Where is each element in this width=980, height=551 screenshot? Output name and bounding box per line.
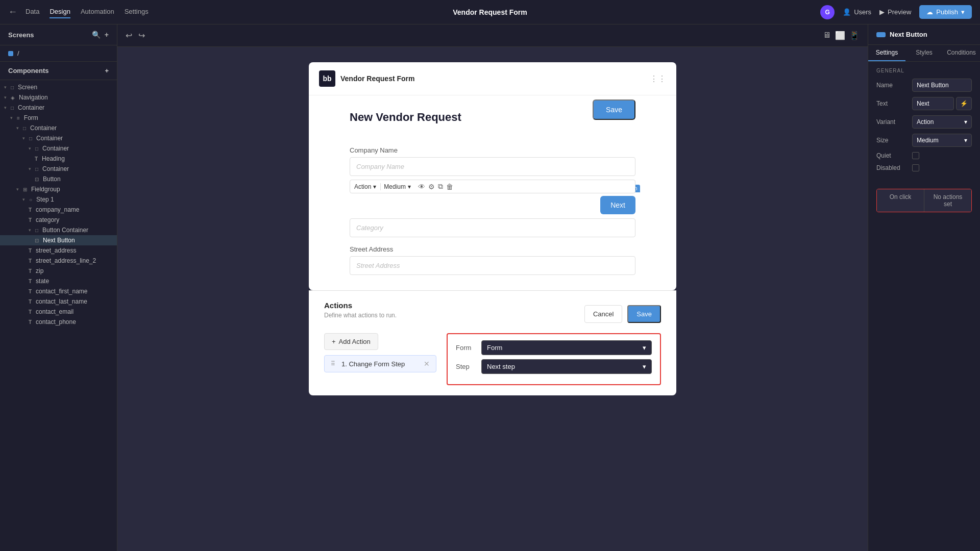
- tree-item-contact-phone[interactable]: Tcontact_phone: [0, 317, 117, 327]
- tab-styles[interactable]: Styles: [905, 45, 943, 61]
- tree-item-container-2[interactable]: ▾□Container: [0, 123, 117, 133]
- avatar[interactable]: G: [820, 5, 835, 19]
- tree-item-street-address[interactable]: Tstreet_address: [0, 245, 117, 256]
- screens-label: Screens: [8, 31, 34, 39]
- category-field-container: Action ▾ Medium ▾ 👁 ⚙ ⧉ 🗑: [350, 196, 635, 237]
- rs-header-icon: [876, 32, 886, 37]
- tablet-view-button[interactable]: ⬜: [835, 31, 845, 40]
- tree-item-button-container[interactable]: ▾□Button Container: [0, 225, 117, 235]
- actions-top-row: Actions Define what actions to run. Canc…: [324, 301, 661, 327]
- rs-onclick-label[interactable]: On click: [877, 189, 924, 212]
- rs-quiet-field-row: Quiet: [876, 152, 972, 159]
- next-button-preview[interactable]: Next: [600, 196, 635, 214]
- rs-bolt-button[interactable]: ⚡: [956, 97, 972, 110]
- rs-quiet-checkbox[interactable]: [912, 152, 919, 159]
- delete-icon[interactable]: 🗑: [446, 183, 453, 191]
- next-btn-wrapper: Next Button Next: [600, 196, 635, 214]
- canvas-area: ↩ ↪ 🖥 ⬜ 📱 bb Vendor Request Form ⋮⋮: [117, 24, 868, 551]
- action-dropdown[interactable]: Action ▾: [354, 183, 381, 190]
- size-dropdown[interactable]: Medium ▾: [384, 183, 415, 190]
- company-name-input[interactable]: Company Name: [350, 157, 635, 176]
- actions-panel: Actions Define what actions to run. Canc…: [309, 290, 676, 395]
- mobile-view-button[interactable]: 📱: [849, 31, 860, 40]
- rs-name-label: Name: [876, 82, 912, 89]
- tree-item-container-1[interactable]: ▾□Container: [0, 103, 117, 113]
- company-name-label: Company Name: [350, 146, 635, 154]
- undo-button[interactable]: ↩: [126, 31, 132, 40]
- tree-item-navigation[interactable]: ▾◈Navigation: [0, 92, 117, 103]
- users-link[interactable]: 👤 Users: [843, 8, 871, 16]
- tree-item-container-3[interactable]: ▾□Container: [0, 133, 117, 143]
- nav-data[interactable]: Data: [26, 6, 39, 18]
- tree-item-container-4[interactable]: ▾□Container: [0, 143, 117, 154]
- form-logo-text: bb: [323, 74, 331, 83]
- tree-item-fieldgroup[interactable]: ▾⊞Fieldgroup: [0, 184, 117, 194]
- right-sidebar: Next Button Settings Styles Conditions G…: [868, 24, 980, 551]
- save-button[interactable]: Save: [627, 305, 661, 323]
- rs-text-label: Text: [876, 100, 912, 107]
- publish-button[interactable]: ☁ Publish ▾: [919, 5, 972, 19]
- rs-disabled-checkbox[interactable]: [912, 164, 919, 171]
- tree-item-screen[interactable]: ▾□Screen: [0, 82, 117, 92]
- nav-settings[interactable]: Settings: [125, 6, 149, 18]
- actions-title: Actions: [324, 301, 397, 310]
- rs-variant-dropdown[interactable]: Action ▾: [912, 115, 972, 129]
- tree-item-street-address-2[interactable]: Tstreet_address_line_2: [0, 256, 117, 266]
- publish-label: Publish: [936, 8, 958, 16]
- settings-icon[interactable]: ⚙: [428, 183, 435, 191]
- rs-size-dropdown[interactable]: Medium ▾: [912, 134, 972, 147]
- tree-item-category[interactable]: Tcategory: [0, 215, 117, 225]
- step-select-chevron: ▾: [643, 363, 646, 370]
- tree-item-step1[interactable]: ▾○Step 1: [0, 194, 117, 205]
- close-step-icon[interactable]: ✕: [424, 360, 430, 368]
- tree-item-company-name[interactable]: Tcompany_name: [0, 205, 117, 215]
- rs-general-section: GENERAL Name Next Button Text Next ⚡ Var…: [868, 62, 980, 183]
- tree-item-zip[interactable]: Tzip: [0, 266, 117, 276]
- category-input[interactable]: Category: [350, 218, 635, 237]
- tree-item-contact-last[interactable]: Tcontact_last_name: [0, 296, 117, 307]
- add-screen-icon[interactable]: +: [105, 31, 109, 39]
- cancel-button[interactable]: Cancel: [584, 305, 622, 323]
- desktop-view-button[interactable]: 🖥: [823, 31, 831, 40]
- preview-link[interactable]: ▶ Preview: [879, 8, 911, 16]
- tree-item-state[interactable]: Tstate: [0, 276, 117, 286]
- form-select[interactable]: Form ▾: [481, 340, 652, 355]
- nav-design[interactable]: Design: [50, 6, 70, 18]
- rs-tabs: Settings Styles Conditions: [868, 45, 980, 62]
- tab-conditions[interactable]: Conditions: [943, 45, 980, 61]
- step-select[interactable]: Next step ▾: [481, 359, 652, 374]
- page-title: Vendor Request Form: [453, 8, 527, 16]
- search-icon[interactable]: 🔍: [92, 31, 101, 39]
- tree-item-container-5[interactable]: ▾□Container: [0, 164, 117, 174]
- tree-item-contact-email[interactable]: Tcontact_email: [0, 307, 117, 317]
- nav-automation[interactable]: Automation: [81, 6, 114, 18]
- rs-name-input[interactable]: Next Button: [912, 79, 972, 92]
- eye-icon[interactable]: 👁: [418, 183, 425, 191]
- tab-settings[interactable]: Settings: [868, 45, 905, 61]
- users-icon: 👤: [843, 8, 851, 16]
- tree-item-form[interactable]: ▾≡Form: [0, 113, 117, 123]
- step-item-content: ⠿ 1. Change Form Step: [331, 360, 405, 368]
- actions-title-group: Actions Define what actions to run.: [324, 301, 397, 327]
- step-label: 1. Change Form Step: [341, 360, 405, 368]
- redo-button[interactable]: ↪: [138, 31, 145, 40]
- action-step-item[interactable]: ⠿ 1. Change Form Step ✕: [324, 355, 436, 372]
- street-address-input[interactable]: Street Address: [350, 256, 635, 275]
- form-save-button[interactable]: Save: [593, 99, 635, 120]
- tree-item-button[interactable]: ⊡Button: [0, 174, 117, 184]
- publish-icon: ☁: [926, 8, 933, 16]
- copy-icon[interactable]: ⧉: [438, 182, 443, 191]
- screen-item[interactable]: /: [0, 45, 117, 61]
- dots-icon[interactable]: ⋮⋮: [650, 74, 666, 84]
- add-component-icon[interactable]: +: [105, 67, 109, 74]
- add-action-button[interactable]: + Add Action: [324, 333, 378, 350]
- tree-item-next-button[interactable]: ⊡Next Button: [0, 235, 117, 245]
- plus-icon: +: [332, 338, 336, 345]
- back-button[interactable]: ←: [8, 7, 17, 17]
- tree-item-contact-first[interactable]: Tcontact_first_name: [0, 286, 117, 296]
- rs-size-chevron: ▾: [964, 137, 967, 144]
- main-layout: Screens 🔍 + / Components + ▾□Screen ▾◈Na…: [0, 24, 980, 551]
- tree-item-heading[interactable]: THeading: [0, 154, 117, 164]
- rs-variant-value: Action: [917, 118, 934, 126]
- rs-text-input[interactable]: Next: [912, 97, 954, 110]
